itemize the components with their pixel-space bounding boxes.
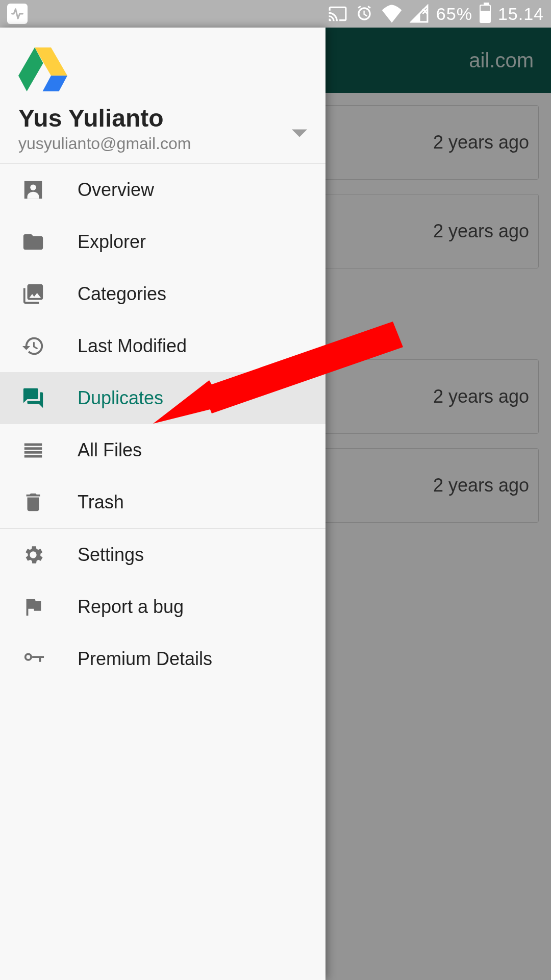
nav-item-label: Overview (78, 179, 154, 201)
battery-percent: 65% (436, 4, 472, 24)
nav-item-settings[interactable]: Settings (0, 529, 325, 581)
status-bar: 65% 15.14 (0, 0, 551, 28)
chevron-down-icon[interactable] (292, 129, 307, 140)
person-card-icon (20, 177, 46, 203)
flag-icon (20, 594, 46, 620)
nav-item-all-files[interactable]: All Files (0, 424, 325, 476)
nav-item-label: Categories (78, 283, 166, 305)
google-drive-icon (18, 46, 67, 93)
clock: 15.14 (498, 4, 544, 24)
nav-item-premium-details[interactable]: Premium Details (0, 633, 325, 685)
nav-item-trash[interactable]: Trash (0, 476, 325, 528)
nav-item-label: Last Modified (78, 335, 187, 357)
folder-icon (20, 229, 46, 255)
nav-item-label: Trash (78, 492, 124, 513)
list-lines-icon (20, 437, 46, 463)
nav-item-label: Settings (78, 544, 144, 566)
nav-item-duplicates[interactable]: Duplicates (0, 372, 325, 424)
nav-item-label: Duplicates (78, 387, 163, 409)
nav-item-explorer[interactable]: Explorer (0, 216, 325, 268)
signal-no-data-icon (410, 4, 429, 23)
drawer-header[interactable]: Yus Yulianto yusyulianto@gmail.com (0, 28, 325, 164)
cast-icon (328, 4, 347, 23)
nav-item-label: All Files (78, 439, 142, 461)
nav-item-categories[interactable]: Categories (0, 268, 325, 320)
activity-icon (7, 4, 28, 24)
nav-item-label: Premium Details (78, 648, 212, 670)
nav-drawer: Yus Yulianto yusyulianto@gmail.com Overv… (0, 28, 325, 980)
chat-bubbles-icon (20, 385, 46, 411)
battery-icon (480, 5, 491, 23)
nav-item-overview[interactable]: Overview (0, 164, 325, 216)
trash-icon (20, 489, 46, 515)
account-name: Yus Yulianto (18, 104, 307, 132)
collections-icon (20, 281, 46, 307)
nav-item-label: Report a bug (78, 596, 184, 618)
svg-point-0 (30, 184, 36, 190)
key-icon (20, 646, 46, 672)
nav-item-report-bug[interactable]: Report a bug (0, 581, 325, 633)
wifi-icon (381, 3, 403, 24)
drawer-list: Overview Explorer Categories Last Modifi… (0, 164, 325, 980)
alarm-icon (355, 4, 374, 23)
nav-item-label: Explorer (78, 231, 146, 253)
history-icon (20, 333, 46, 359)
account-email: yusyulianto@gmail.com (18, 134, 307, 153)
nav-item-last-modified[interactable]: Last Modified (0, 320, 325, 372)
gear-icon (20, 542, 46, 568)
